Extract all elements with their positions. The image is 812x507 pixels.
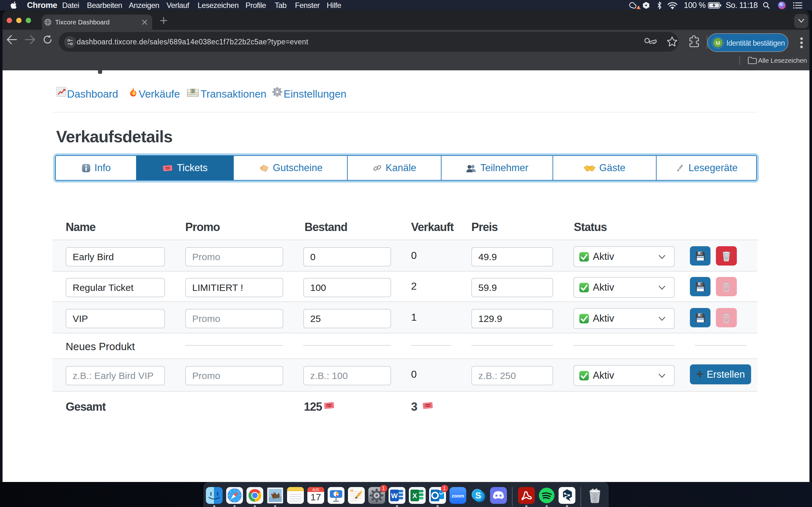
svg-text:M: M <box>716 40 720 46</box>
svg-text:X: X <box>412 492 417 500</box>
svg-text:W: W <box>391 492 398 500</box>
svg-text:S: S <box>475 491 481 500</box>
svg-text:zoom: zoom <box>451 493 464 498</box>
svg-text:“: “ <box>350 487 354 496</box>
svg-text:17: 17 <box>310 492 321 502</box>
svg-text:AUG: AUG <box>312 488 319 492</box>
